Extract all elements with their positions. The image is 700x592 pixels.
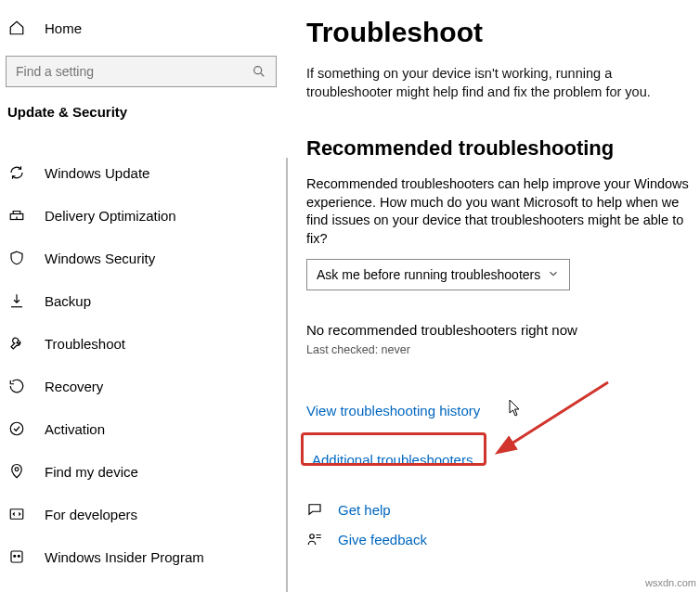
home-button[interactable]: Home <box>0 13 286 43</box>
insider-icon <box>7 547 26 566</box>
sidebar-item-delivery-optimization[interactable]: Delivery Optimization <box>0 194 286 237</box>
sidebar-item-label: Windows Security <box>45 251 155 266</box>
sidebar-item-backup[interactable]: Backup <box>0 279 286 322</box>
svg-point-4 <box>15 468 19 471</box>
chevron-down-icon <box>547 267 560 283</box>
sidebar-item-windows-security[interactable]: Windows Security <box>0 237 286 279</box>
sidebar-item-for-developers[interactable]: For developers <box>0 493 286 535</box>
sidebar-item-label: Backup <box>45 293 91 309</box>
svg-point-7 <box>14 555 16 557</box>
sidebar-item-label: Windows Insider Program <box>45 549 204 565</box>
code-icon <box>7 505 26 523</box>
sidebar-item-windows-insider[interactable]: Windows Insider Program <box>0 535 286 578</box>
location-icon <box>7 462 26 481</box>
sidebar: Home Update & Security Windows Update De… <box>0 0 286 592</box>
home-icon <box>7 19 26 37</box>
give-feedback-link[interactable]: Give feedback <box>338 532 427 547</box>
search-input[interactable] <box>16 64 252 79</box>
home-label: Home <box>45 20 82 36</box>
svg-point-9 <box>310 534 315 539</box>
watermark: wsxdn.com <box>645 577 696 588</box>
get-help-row[interactable]: Get help <box>306 501 696 518</box>
sidebar-item-label: Activation <box>45 421 105 437</box>
delivery-icon <box>7 206 26 225</box>
refresh-icon <box>7 163 26 182</box>
svg-rect-5 <box>10 509 23 520</box>
recommended-heading: Recommended troubleshooting <box>306 136 696 161</box>
dropdown-value: Ask me before running troubleshooters <box>317 267 540 282</box>
sidebar-item-label: Troubleshoot <box>45 336 125 352</box>
nav-list: Windows Update Delivery Optimization Win… <box>0 151 286 578</box>
view-history-link[interactable]: View troubleshooting history <box>306 403 480 418</box>
recommended-description: Recommended troubleshooters can help imp… <box>306 175 696 248</box>
sidebar-item-troubleshoot[interactable]: Troubleshoot <box>0 322 286 365</box>
search-icon <box>252 64 266 79</box>
give-feedback-row[interactable]: Give feedback <box>306 531 696 547</box>
troubleshoot-preference-dropdown[interactable]: Ask me before running troubleshooters <box>306 259 570 290</box>
feedback-icon <box>306 531 323 547</box>
sidebar-item-find-my-device[interactable]: Find my device <box>0 450 286 493</box>
svg-point-8 <box>18 555 19 557</box>
sidebar-item-label: Recovery <box>45 379 103 394</box>
last-checked: Last checked: never <box>306 343 696 356</box>
sidebar-item-windows-update[interactable]: Windows Update <box>0 151 286 194</box>
chat-icon <box>306 501 323 518</box>
sidebar-item-activation[interactable]: Activation <box>0 407 286 450</box>
recovery-icon <box>7 377 26 395</box>
sidebar-item-label: Windows Update <box>45 165 149 181</box>
backup-icon <box>7 291 26 310</box>
check-circle-icon <box>7 419 26 438</box>
wrench-icon <box>7 334 26 353</box>
main-content: Troubleshoot If something on your device… <box>286 0 700 592</box>
recommended-status: No recommended troubleshooters right now <box>306 322 696 338</box>
svg-point-0 <box>254 67 262 74</box>
svg-point-3 <box>10 422 23 435</box>
shield-icon <box>7 249 26 267</box>
vertical-divider <box>286 158 288 592</box>
page-description: If something on your device isn't workin… <box>306 65 696 101</box>
sidebar-item-label: For developers <box>45 507 137 522</box>
search-box[interactable] <box>6 56 277 87</box>
category-heading: Update & Security <box>0 104 286 127</box>
svg-line-1 <box>261 73 264 76</box>
svg-rect-6 <box>11 551 22 562</box>
page-title: Troubleshoot <box>306 17 696 48</box>
get-help-link[interactable]: Get help <box>338 502 391 518</box>
sidebar-item-label: Delivery Optimization <box>45 208 176 224</box>
sidebar-item-label: Find my device <box>45 464 138 480</box>
sidebar-item-recovery[interactable]: Recovery <box>0 365 286 407</box>
additional-troubleshooters-link[interactable]: Additional troubleshooters <box>312 452 473 468</box>
